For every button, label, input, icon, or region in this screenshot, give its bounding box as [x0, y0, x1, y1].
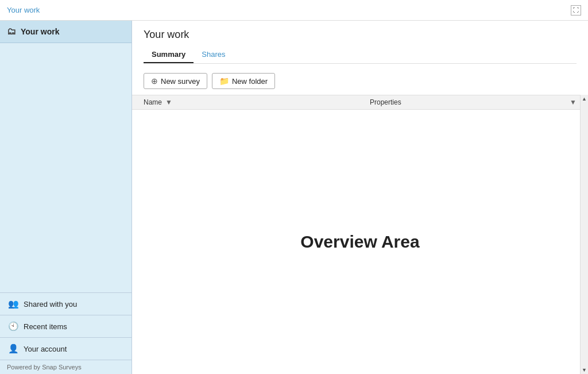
sidebar-bottom: 👥 Shared with you 🕙 Recent items 👤 Your … — [0, 292, 131, 360]
page-title: Your work — [144, 29, 577, 41]
sidebar-item-recent[interactable]: 🕙 Recent items — [0, 315, 131, 338]
sidebar-header[interactable]: 🗂 Your work — [0, 21, 131, 43]
new-folder-label: New folder — [232, 77, 268, 86]
sidebar-item-account-label: Your account — [24, 345, 67, 353]
col-name-label: Name — [144, 98, 162, 106]
sidebar-header-label: Your work — [21, 27, 59, 36]
top-bar: Your work ⛶ — [0, 0, 588, 21]
top-bar-title: Your work — [7, 6, 40, 14]
overview-area: Overview Area — [132, 110, 588, 374]
content-header: Your work Summary Shares — [132, 21, 588, 67]
scroll-up-arrow[interactable]: ▲ — [582, 96, 587, 102]
expand-button[interactable]: ⛶ — [571, 5, 581, 16]
powered-by-label: Powered by Snap Surveys — [7, 364, 82, 371]
col-name-header: Name ▼ — [144, 98, 370, 106]
sidebar-footer: Powered by Snap Surveys — [0, 360, 131, 374]
sidebar-item-shared-label: Shared with you — [24, 300, 77, 309]
sidebar-main-area — [0, 43, 131, 292]
scroll-indicator[interactable]: ▲ ▼ — [580, 95, 588, 374]
col-properties-header: Properties ▼ — [370, 98, 577, 106]
new-survey-label: New survey — [161, 77, 200, 86]
sidebar: 🗂 Your work 👥 Shared with you 🕙 Recent i… — [0, 21, 132, 374]
toolbar: ⊕ New survey 📁 New folder — [132, 67, 588, 95]
plus-circle-icon: ⊕ — [151, 76, 158, 86]
tab-shares[interactable]: Shares — [194, 47, 233, 63]
content-with-scroll: Name ▼ Properties ▼ Overview Area ▲ ▼ — [132, 95, 588, 374]
shared-icon: 👥 — [8, 299, 19, 309]
account-icon: 👤 — [8, 344, 19, 354]
properties-filter-icon[interactable]: ▼ — [570, 98, 577, 106]
table-header: Name ▼ Properties ▼ — [132, 95, 588, 110]
content-area: Your work Summary Shares ⊕ New survey 📁 … — [132, 21, 588, 374]
sidebar-item-account[interactable]: 👤 Your account — [0, 338, 131, 360]
col-properties-label: Properties — [370, 98, 401, 106]
main-layout: 🗂 Your work 👥 Shared with you 🕙 Recent i… — [0, 21, 588, 374]
tab-summary[interactable]: Summary — [144, 47, 194, 63]
scroll-down-arrow[interactable]: ▼ — [582, 367, 587, 373]
expand-icon: ⛶ — [573, 7, 579, 13]
sidebar-item-recent-label: Recent items — [24, 322, 67, 331]
sidebar-item-shared[interactable]: 👥 Shared with you — [0, 293, 131, 315]
name-filter-icon[interactable]: ▼ — [165, 98, 172, 106]
tabs: Summary Shares — [144, 47, 577, 64]
sidebar-top: 🗂 Your work — [0, 21, 131, 292]
new-folder-button[interactable]: 📁 New folder — [212, 73, 275, 89]
new-survey-button[interactable]: ⊕ New survey — [144, 73, 207, 89]
folder-plus-icon: 📁 — [219, 76, 229, 86]
overview-label: Overview Area — [300, 232, 419, 252]
your-work-icon: 🗂 — [7, 26, 16, 37]
recent-icon: 🕙 — [8, 321, 19, 331]
